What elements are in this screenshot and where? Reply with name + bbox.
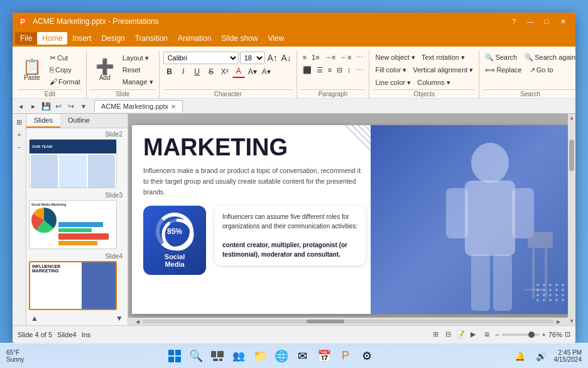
columns-button[interactable]: Columns ▾ [415,77,452,88]
view-toggle-button[interactable]: ⊞ [14,116,25,128]
menu-view[interactable]: View [263,32,289,45]
task-view-button[interactable] [209,347,226,365]
menu-transition[interactable]: Transition [130,32,173,45]
goto-button[interactable]: ↗ Go to [528,64,555,75]
paste-button[interactable]: 📋 Paste [18,58,46,82]
scroll-right-arrow[interactable]: ▶ [557,319,560,325]
office-button[interactable]: P [337,347,354,365]
align-right-button[interactable]: ≡ [326,64,334,75]
qa-redo-button[interactable]: ↪ [65,101,77,112]
qa-more-button[interactable]: ▾ [78,101,89,112]
menu-design[interactable]: Design [96,32,129,45]
minimize-btn[interactable]: — [523,15,538,28]
search-again-button[interactable]: 🔍 Search again [523,52,575,63]
underline-button[interactable]: U [191,65,204,78]
tab-slides[interactable]: Slides [26,114,60,128]
zoom-slider-thumb[interactable] [528,332,535,338]
copy-button[interactable]: ⎘Copy [48,64,82,75]
scrollbar-track[interactable] [569,121,574,318]
edge-button[interactable]: 🌐 [273,347,290,365]
normal-view-button[interactable]: ⊞ [430,329,441,340]
list-item[interactable]: Slide3 Social Media Marketing [29,192,125,249]
scroll-up-arrow[interactable]: ▲ [569,115,574,121]
start-button[interactable] [166,347,183,365]
list-button[interactable]: ≡ [301,52,308,63]
h-scrollbar-track[interactable] [142,320,554,323]
close-tab-button[interactable]: ✕ [171,103,176,110]
sound-button[interactable]: 🔊 [533,347,550,365]
slideshow-view-button[interactable]: ▶ [467,329,479,340]
shrink-font-button[interactable]: A↓ [280,52,293,64]
zoom-in-vert-button[interactable]: + [14,129,25,140]
list-item[interactable]: Slide4 INFLUENCERMARKETING [29,253,125,310]
slide-sorter-button[interactable]: ⊟ [442,329,454,340]
h-scrollbar-thumb[interactable] [307,320,344,323]
horizontal-scrollbar[interactable]: ◀ ▶ [128,318,568,325]
help-btn[interactable]: ? [506,15,521,28]
settings-button[interactable]: ⚙ [358,347,376,365]
fill-color-button[interactable]: Fill color ▾ [373,64,408,75]
more-text-button[interactable]: A▾ [260,65,273,78]
reset-button[interactable]: Reset [121,64,155,75]
font-family-select[interactable]: Calibri [163,52,239,64]
cut-button[interactable]: ✂Cut [48,52,82,64]
calendar-button[interactable]: 📅 [315,347,333,365]
zoom-out-button[interactable]: − [495,331,499,338]
para-more-button[interactable]: ⋯ [354,52,365,63]
justify-button[interactable]: ⊟ [335,64,344,75]
list-item[interactable]: Slide2 OUR TEAM [29,131,125,188]
zoom-in-button[interactable]: + [542,331,546,338]
qa-back-button[interactable]: ◂ [15,101,26,112]
line-color-button[interactable]: Line color ▾ [373,77,413,88]
strikethrough-button[interactable]: S [205,65,217,78]
italic-button[interactable]: I [177,65,190,78]
qa-forward-button[interactable]: ▸ [28,101,39,112]
indent-more-button[interactable]: →≡ [323,52,337,63]
bold-button[interactable]: B [163,65,176,78]
scroll-down-button[interactable]: ▼ [114,313,125,324]
scrollbar-thumb[interactable] [569,140,574,171]
vertical-align-button[interactable]: Vertical alignment ▾ [411,64,475,75]
explorer-button[interactable]: 📁 [251,347,269,365]
para-spacing-button[interactable]: ⋯ [354,64,365,75]
menu-animation[interactable]: Animation [173,32,216,45]
add-slide-button[interactable]: ➕ Add [90,58,119,82]
indent-less-button[interactable]: ←≡ [339,52,353,63]
maximize-btn[interactable]: □ [539,15,554,28]
search-button[interactable]: 🔍 Search [483,52,519,63]
notification-button[interactable]: 🔔 [511,347,529,365]
font-color-button[interactable]: A [232,65,245,78]
search-taskbar-button[interactable]: 🔍 [187,347,205,365]
new-object-button[interactable]: New object ▾ [373,52,416,63]
menu-file[interactable]: File [15,32,37,45]
zoom-slider[interactable] [502,333,540,336]
font-size-select[interactable]: 18 [240,52,265,64]
numbered-list-button[interactable]: 1≡ [310,52,322,63]
slide-canvas[interactable]: MARKETING Influencers make a brand or pr… [132,125,572,314]
vertical-scrollbar[interactable]: ▲ ▼ [568,114,575,325]
manage-button[interactable]: Manage ▾ [121,76,155,87]
replace-button[interactable]: ⟺ Replace [483,64,523,75]
grow-font-button[interactable]: A↑ [266,52,279,64]
zoom-out-vert-button[interactable]: − [14,142,25,153]
close-btn[interactable]: ✕ [555,15,570,28]
file-tab[interactable]: ACME Marketing.pptx ✕ [94,100,183,112]
teams-button[interactable]: 👥 [230,347,248,365]
line-spacing-button[interactable]: ↕ [346,64,353,75]
format-button[interactable]: 🖌Format [48,76,82,87]
align-left-button[interactable]: ⬛ [301,64,313,75]
qa-save-button[interactable]: 💾 [40,101,52,112]
scroll-left-arrow[interactable]: ◀ [136,319,139,325]
scroll-up-button[interactable]: ▲ [29,313,40,324]
align-center-button[interactable]: ☰ [315,64,325,75]
superscript-button[interactable]: X² [219,65,231,78]
layout-button[interactable]: Layout ▾ [121,52,155,64]
highlight-button[interactable]: A▾ [246,65,259,78]
qa-undo-button[interactable]: ↩ [53,101,64,112]
menu-insert[interactable]: Insert [67,32,96,45]
menu-slideshow[interactable]: Slide show [216,32,263,45]
scroll-down-arrow[interactable]: ▼ [569,318,574,324]
text-rotation-button[interactable]: Text rotation ▾ [420,52,467,63]
mail-button[interactable]: ✉ [294,347,312,365]
fit-window-button[interactable]: ⊡ [565,330,570,338]
